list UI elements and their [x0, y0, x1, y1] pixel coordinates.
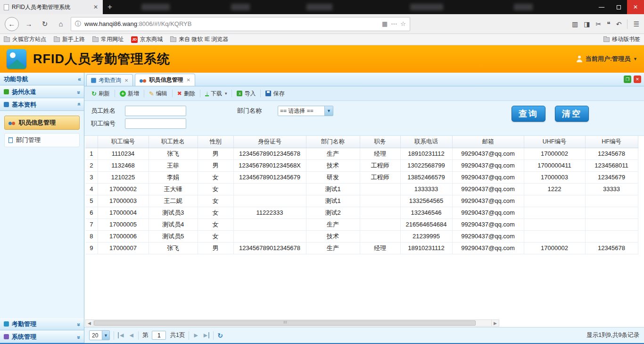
page-size-select[interactable]: 20 ▼ — [89, 330, 110, 340]
last-page-icon[interactable]: ▶ — [203, 332, 209, 338]
department-select[interactable]: == 请选择 == ▼ — [278, 106, 333, 116]
column-header[interactable]: 职工姓名 — [149, 136, 198, 148]
scroll-left-icon[interactable]: ◀ — [86, 320, 93, 326]
bookmark-item[interactable]: JD京东商城 — [131, 35, 163, 43]
window-controls: — ✕ — [593, 0, 644, 14]
table-cell: 测试员5 — [149, 230, 198, 242]
bookmark-item[interactable]: 常用网址 — [92, 35, 124, 43]
table-cell: 张飞 — [149, 148, 198, 159]
table-row[interactable]: 21132468王菲男12345678901234568X技术工程师130225… — [85, 159, 638, 171]
column-header[interactable]: 联系电话 — [400, 136, 452, 148]
maximize-button[interactable] — [610, 0, 627, 14]
column-header[interactable]: 性别 — [198, 136, 233, 148]
current-user[interactable]: 当前用户:管理员 ▼ — [576, 55, 637, 63]
scrollbar-thumb[interactable] — [94, 320, 476, 326]
import-button[interactable]: x 导入 — [233, 88, 259, 99]
table-row[interactable]: 11110234张飞男123456789012345678生产经理1891023… — [85, 148, 638, 159]
scrollbar-track[interactable] — [93, 320, 491, 326]
column-header[interactable]: 职务 — [360, 136, 400, 148]
forward-icon[interactable]: → — [23, 18, 35, 30]
table-cell: 123456789012345679 — [233, 171, 306, 183]
close-button[interactable]: ✕ — [627, 0, 644, 14]
bookmark-item[interactable]: 火狐官方站点 — [4, 35, 46, 43]
scroll-right-icon[interactable]: ▶ — [491, 320, 499, 326]
bookmark-item[interactable]: 来自 微软 IE 浏览器 — [170, 35, 228, 43]
employee-code-input[interactable] — [125, 118, 186, 129]
table-row[interactable]: 517000003王二妮女测试1133256456599290437@qq.co… — [85, 195, 638, 207]
next-page-icon[interactable]: ▶ — [193, 332, 198, 338]
sidebar-item-staff-info[interactable]: 职员信息管理 — [4, 116, 80, 130]
menu-icon[interactable]: ☰ — [633, 20, 639, 28]
table-row[interactable]: 417000002王大锤女测试1133333399290437@qq.com12… — [85, 183, 638, 195]
edit-button[interactable]: ✎ 编辑 — [146, 88, 171, 99]
row-number-cell: 6 — [85, 207, 98, 218]
download-button[interactable]: ↓ 下载 ▾ — [202, 88, 231, 99]
sidebar-section-attendance[interactable]: 考勤管理 » — [0, 318, 84, 330]
table-cell: 13022568799 — [400, 159, 452, 171]
sync-icon[interactable]: ↶ — [616, 20, 622, 28]
employee-name-input[interactable] — [125, 106, 186, 116]
library-icon[interactable]: ▥ — [572, 20, 578, 28]
close-panel-icon[interactable]: ✕ — [634, 76, 641, 83]
chevron-up-icon: » — [76, 103, 83, 106]
column-header[interactable]: HF编号 — [585, 136, 638, 148]
column-header[interactable]: 邮箱 — [452, 136, 524, 148]
prev-page-icon[interactable]: ◀ — [128, 332, 134, 338]
back-icon[interactable]: ← — [5, 17, 19, 31]
tab-close-icon[interactable]: ✕ — [92, 4, 99, 10]
first-page-icon[interactable]: ◀ — [118, 332, 124, 338]
page-actions-icon[interactable]: ⋯ — [391, 20, 397, 27]
new-tab-button[interactable]: + — [103, 0, 117, 14]
site-info-icon[interactable]: ⓘ — [75, 20, 81, 28]
chevron-down-icon[interactable]: ▼ — [102, 331, 109, 340]
browser-tab[interactable]: RFID人员考勤管理系统 ✕ — [0, 0, 103, 14]
titlebar-artifact — [141, 4, 170, 10]
collapse-icon[interactable]: « — [78, 76, 80, 83]
clear-button[interactable]: 清空 — [555, 106, 589, 122]
column-header[interactable]: 身份证号 — [233, 136, 306, 148]
table-cell: 工程师 — [360, 171, 400, 183]
tab-close-icon[interactable]: ✕ — [124, 78, 128, 83]
query-button[interactable]: 查询 — [512, 106, 545, 122]
table-cell: 123456789012345678 — [233, 242, 306, 254]
sidebar-toggle-icon[interactable]: ◨ — [584, 20, 590, 28]
screenshot-icon[interactable]: ✂ — [595, 20, 601, 28]
add-button[interactable]: + 新增 — [116, 88, 142, 99]
bookmark-item[interactable]: 新手上路 — [54, 35, 85, 43]
table-row[interactable]: 817000006测试员5女技术2123999599290437@qq.com — [85, 230, 638, 242]
horizontal-scrollbar[interactable]: ◀ ▶ — [85, 319, 499, 327]
selected-value: 20 — [90, 332, 102, 339]
tab-attendance-query[interactable]: 考勤查询 ✕ — [86, 74, 133, 86]
refresh-icon[interactable]: ↻ — [39, 18, 51, 30]
reload-grid-icon[interactable]: ↻ — [217, 332, 223, 339]
bookmark-label: 京东商城 — [140, 35, 163, 43]
tab-close-icon[interactable]: ✕ — [186, 77, 190, 83]
home-icon[interactable]: ⌂ — [55, 18, 67, 30]
maximize-panel-icon[interactable]: ❐ — [624, 76, 631, 83]
chat-icon[interactable]: ❝ — [607, 20, 611, 28]
data-grid: 职工编号职工姓名性别身份证号部门名称职务联系电话邮箱UHF编号HF编号 1111… — [84, 136, 644, 327]
page-number-input[interactable] — [152, 331, 166, 340]
sidebar-section-basic-data[interactable]: 基本资料 » — [0, 98, 84, 111]
sidebar-section-system[interactable]: 系统管理 » — [0, 330, 84, 343]
table-row[interactable]: 917000007张飞男123456789012345678生产经理189102… — [85, 242, 638, 254]
save-button[interactable]: 保存 — [262, 88, 288, 99]
bookmark-star-icon[interactable]: ☆ — [400, 20, 406, 27]
qr-code-icon[interactable]: ▦ — [382, 20, 388, 27]
table-cell — [360, 230, 400, 242]
column-header[interactable]: 部门名称 — [306, 136, 360, 148]
column-header[interactable]: UHF编号 — [524, 136, 585, 148]
table-row[interactable]: 31210225李娟女123456789012345679研发工程师138524… — [85, 171, 638, 183]
sidebar-item-department[interactable]: 部门管理 — [4, 133, 80, 147]
table-row[interactable]: 617000004测试员3女11222333测试2132346546992904… — [85, 207, 638, 218]
chevron-down-icon[interactable]: ▼ — [324, 106, 333, 116]
mobile-bookmarks[interactable]: 移动版书签 — [603, 35, 640, 43]
minimize-button[interactable]: — — [593, 0, 610, 14]
refresh-button[interactable]: ↻ 刷新 — [88, 88, 113, 99]
sidebar-section-yangzhou[interactable]: 扬州永道 » — [0, 85, 84, 98]
address-bar[interactable]: ⓘ www.hanqi86.wang:8006/#!/Kq/KQRYB ▦ ⋯ … — [71, 17, 410, 31]
column-header[interactable]: 职工编号 — [98, 136, 149, 148]
table-row[interactable]: 717000005测试员4女生产21656465468499290437@qq.… — [85, 218, 638, 230]
delete-button[interactable]: ✖ 删除 — [174, 88, 198, 99]
tab-staff-info[interactable]: 职员信息管理 ✕ — [135, 74, 195, 86]
